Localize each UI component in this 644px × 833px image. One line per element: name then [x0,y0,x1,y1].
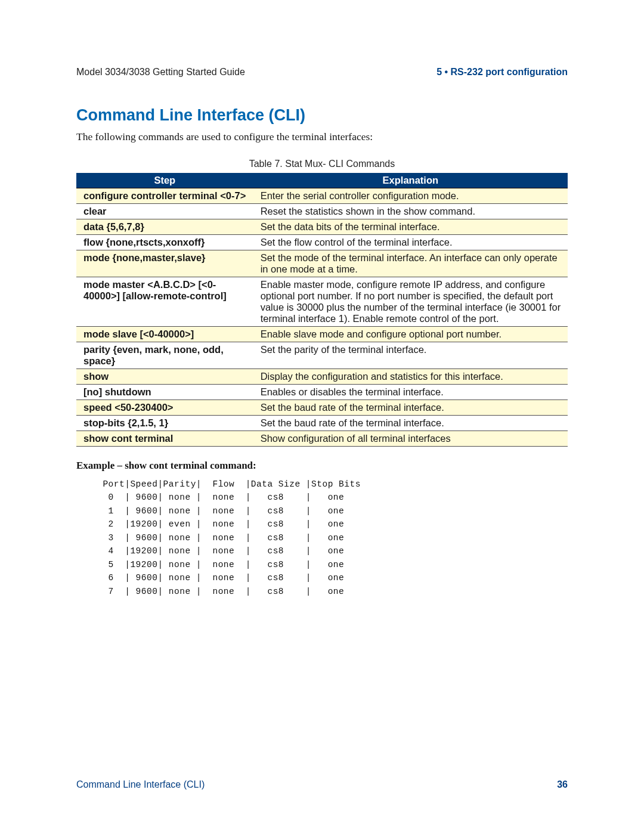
cell-explanation: Set the flow control of the terminal int… [253,235,568,250]
table-caption: Table 7. Stat Mux- CLI Commands [76,159,568,169]
header-left: Model 3034/3038 Getting Started Guide [76,67,245,78]
footer-right: 36 [557,779,568,790]
cell-step: show [76,369,253,385]
cell-explanation: Enables or disables the terminal interfa… [253,385,568,400]
page-footer: Command Line Interface (CLI) 36 [76,779,568,790]
table-row: mode {none,master,slave}Set the mode of … [76,250,568,277]
table-row: flow {none,rtscts,xonxoff}Set the flow c… [76,235,568,250]
table-row: clearReset the statistics shown in the s… [76,204,568,219]
cell-step: flow {none,rtscts,xonxoff} [76,235,253,250]
cell-step: speed <50-230400> [76,400,253,416]
cell-explanation: Enter the serial controller configuratio… [253,188,568,204]
cell-step: mode slave [<0-40000>] [76,327,253,342]
table-row: parity {even, mark, none, odd, space}Set… [76,342,568,369]
table-row: speed <50-230400>Set the baud rate of th… [76,400,568,416]
table-header-row: Step Explanation [76,173,568,188]
cell-explanation: Display the configuration and statistics… [253,369,568,385]
cell-step: mode master <A.B.C.D> [<0-40000>] [allow… [76,277,253,327]
table-row: [no] shutdownEnables or disables the ter… [76,385,568,400]
footer-left: Command Line Interface (CLI) [76,779,205,790]
table-row: show cont terminalShow configuration of … [76,431,568,447]
cell-explanation: Enable master mode, configure remote IP … [253,277,568,327]
cell-explanation: Enable slave mode and configure optional… [253,327,568,342]
cell-explanation: Show configuration of all terminal inter… [253,431,568,447]
table-row: showDisplay the configuration and statis… [76,369,568,385]
col-step-header: Step [76,173,253,188]
cell-step: [no] shutdown [76,385,253,400]
cell-step: stop-bits {2,1.5, 1} [76,416,253,431]
commands-table: Step Explanation configure controller te… [76,173,568,447]
table-row: mode slave [<0-40000>]Enable slave mode … [76,327,568,342]
table-row: configure controller terminal <0-7>Enter… [76,188,568,204]
cell-step: data {5,6,7,8} [76,219,253,235]
cell-explanation: Reset the statistics shown in the show c… [253,204,568,219]
cell-explanation: Set the baud rate of the terminal interf… [253,416,568,431]
page-header: Model 3034/3038 Getting Started Guide 5 … [76,67,568,78]
header-right: 5 • RS-232 port configuration [436,67,568,78]
cell-step: clear [76,204,253,219]
cell-step: configure controller terminal <0-7> [76,188,253,204]
table-row: data {5,6,7,8}Set the data bits of the t… [76,219,568,235]
cell-explanation: Set the mode of the terminal interface. … [253,250,568,277]
cell-step: show cont terminal [76,431,253,447]
page-title: Command Line Interface (CLI) [76,106,568,125]
col-explanation-header: Explanation [253,173,568,188]
table-row: mode master <A.B.C.D> [<0-40000>] [allow… [76,277,568,327]
page: Model 3034/3038 Getting Started Guide 5 … [0,0,644,598]
table-row: stop-bits {2,1.5, 1}Set the baud rate of… [76,416,568,431]
terminal-output: Port|Speed|Parity| Flow |Data Size |Stop… [92,478,568,598]
cell-explanation: Set the parity of the terminal interface… [253,342,568,369]
example-title: Example – show cont terminal command: [76,460,568,472]
cell-step: mode {none,master,slave} [76,250,253,277]
cell-explanation: Set the baud rate of the terminal interf… [253,400,568,416]
intro-text: The following commands are used to confi… [76,131,568,143]
cell-step: parity {even, mark, none, odd, space} [76,342,253,369]
cell-explanation: Set the data bits of the terminal interf… [253,219,568,235]
